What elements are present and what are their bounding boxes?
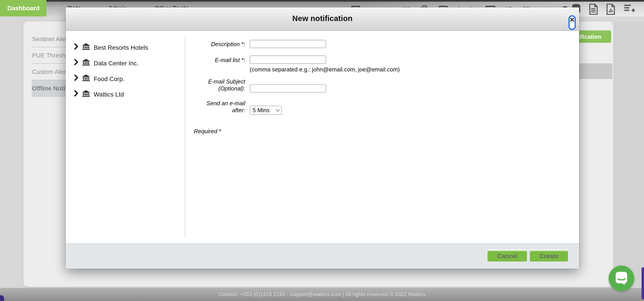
dialog-title: New notification [66, 8, 579, 30]
pdf-export-icon[interactable] [606, 4, 615, 15]
tree-item[interactable]: Food Corp. [74, 71, 180, 87]
panel-divider [185, 37, 185, 237]
nav-tab[interactable]: Dashboard [0, 0, 46, 16]
email-list-label: E-mail list *: [177, 57, 246, 64]
cancel-button[interactable]: Cancel [488, 250, 527, 261]
subject-input[interactable] [250, 84, 326, 93]
chevron-right-icon [74, 43, 78, 52]
close-icon[interactable] [568, 15, 576, 30]
decoration-edge-right [642, 267, 644, 299]
tree-item[interactable]: Wattics Ltd [74, 87, 180, 102]
description-input[interactable] [250, 40, 326, 48]
chat-launcher-button[interactable] [609, 266, 634, 291]
tree-item[interactable]: Data Center Inc. [74, 55, 180, 71]
chevron-right-icon [74, 74, 78, 83]
toolbar-right-icons [572, 4, 635, 15]
tree-item-label: Best Resorts Hotels [94, 44, 148, 51]
subject-label: E-mail Subject (Optional): [177, 78, 246, 92]
organization-tree: Best Resorts Hotels Data Center Inc. [74, 40, 180, 102]
bank-icon [82, 90, 90, 99]
tree-item-label: Food Corp. [94, 75, 124, 82]
bank-icon [82, 59, 90, 67]
document-report-icon[interactable] [589, 4, 598, 15]
tree-item-label: Data Center Inc. [94, 59, 139, 66]
email-list-input[interactable] [250, 56, 326, 64]
bank-icon [82, 43, 90, 52]
page-footer: Contact: +353 (0)1415 1242 - support@wat… [0, 288, 644, 301]
new-notification-dialog: New notification Best Resorts Hotels [66, 8, 579, 268]
description-label: Description *: [177, 41, 246, 48]
right-panel [613, 22, 644, 286]
tree-item-label: Wattics Ltd [94, 91, 124, 98]
email-list-hint: (comma separated e.g.: john@email.com, j… [250, 66, 400, 73]
dialog-header: New notification [66, 8, 579, 31]
tree-item[interactable]: Best Resorts Hotels [74, 40, 180, 55]
required-note: Required * [194, 128, 221, 134]
chat-bubble-icon [609, 266, 634, 291]
dialog-footer: Cancel Create [66, 243, 579, 268]
send-after-select-wrap: 5 Mins [250, 106, 282, 115]
send-after-label: Send an e-mail after: [177, 100, 246, 114]
create-button[interactable]: Create [530, 250, 568, 261]
bank-icon [82, 74, 90, 83]
send-after-select[interactable]: 5 Mins [250, 106, 282, 115]
add-list-icon[interactable] [624, 4, 635, 15]
footer-contact-text: Contact: +353 (0)1415 1242 - support@wat… [0, 288, 644, 301]
screen: DashboardDataAdminOther Tools Y Sentinel… [0, 0, 644, 301]
chevron-right-icon [74, 90, 78, 98]
chevron-right-icon [74, 59, 78, 67]
